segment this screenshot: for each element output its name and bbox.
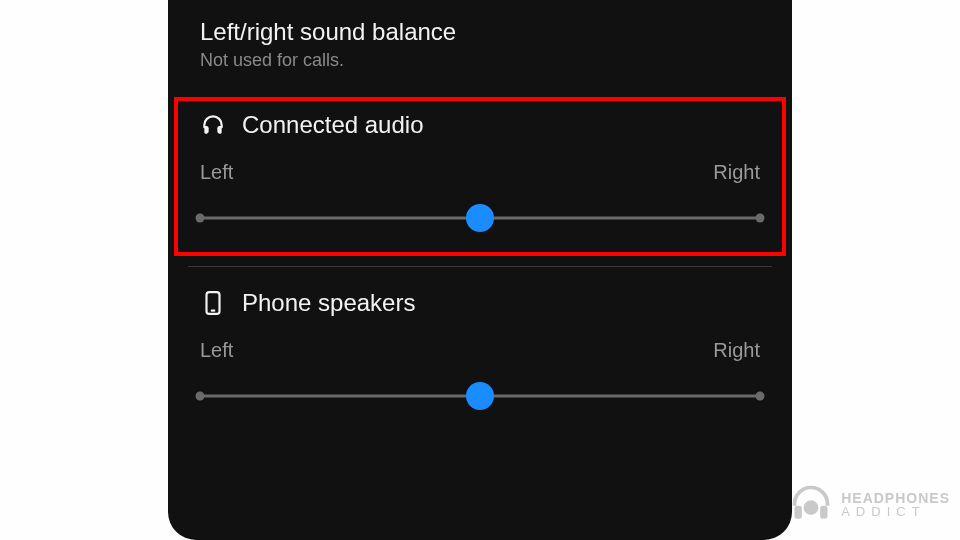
speakers-left-label: Left bbox=[200, 339, 233, 362]
page-subtitle: Not used for calls. bbox=[200, 50, 760, 71]
connected-audio-label: Connected audio bbox=[242, 111, 423, 139]
watermark-text: HEADPHONES ADDICT bbox=[841, 491, 950, 518]
svg-rect-3 bbox=[820, 506, 827, 519]
svg-rect-2 bbox=[795, 506, 802, 519]
header: Left/right sound balance Not used for ca… bbox=[168, 18, 792, 89]
phone-speakers-section: Phone speakers Left Right bbox=[168, 267, 792, 444]
phone-speakers-head: Phone speakers bbox=[188, 289, 772, 317]
speakers-slider-labels: Left Right bbox=[188, 339, 772, 362]
settings-panel: Left/right sound balance Not used for ca… bbox=[168, 0, 792, 540]
connected-audio-head: Connected audio bbox=[188, 111, 772, 139]
connected-audio-section: Connected audio Left Right bbox=[168, 89, 792, 266]
connected-slider-labels: Left Right bbox=[188, 161, 772, 184]
slider-end-left bbox=[196, 214, 205, 223]
speakers-right-label: Right bbox=[713, 339, 760, 362]
slider-end-right bbox=[756, 392, 765, 401]
page-title: Left/right sound balance bbox=[200, 18, 760, 46]
svg-point-4 bbox=[804, 500, 819, 515]
headphones-icon bbox=[200, 112, 226, 138]
watermark: HEADPHONES ADDICT bbox=[789, 482, 950, 526]
phone-icon bbox=[200, 290, 226, 316]
connected-left-label: Left bbox=[200, 161, 233, 184]
phone-speakers-label: Phone speakers bbox=[242, 289, 415, 317]
slider-end-right bbox=[756, 214, 765, 223]
watermark-logo-icon bbox=[789, 482, 833, 526]
speakers-slider-thumb[interactable] bbox=[466, 382, 494, 410]
connected-right-label: Right bbox=[713, 161, 760, 184]
slider-end-left bbox=[196, 392, 205, 401]
speakers-balance-slider[interactable] bbox=[200, 382, 760, 410]
connected-slider-thumb[interactable] bbox=[466, 204, 494, 232]
watermark-line1: HEADPHONES bbox=[841, 491, 950, 505]
watermark-line2: ADDICT bbox=[841, 505, 950, 518]
connected-balance-slider[interactable] bbox=[200, 204, 760, 232]
